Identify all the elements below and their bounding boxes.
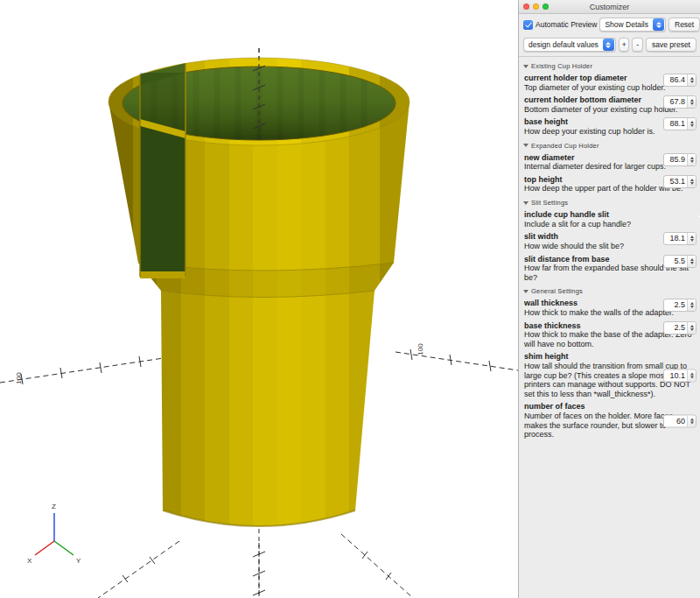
chevron-updown-icon: [653, 18, 664, 31]
stepper-down-icon[interactable]: [690, 102, 694, 105]
param-spinbox[interactable]: 86.4: [663, 74, 696, 87]
param-row-slit-distance-from-base: slit distance from base How far from the…: [519, 253, 700, 285]
param-row-slit-width: slit width How wide should the slit be? …: [519, 230, 700, 252]
stepper-up-icon[interactable]: [690, 121, 694, 123]
preset-dropdown[interactable]: design default values: [523, 38, 616, 52]
param-spinbox[interactable]: 18.1: [663, 232, 696, 245]
customizer-panel: Customizer Automatic Preview Show Detail…: [518, 0, 700, 598]
minimize-window-button[interactable]: [533, 4, 539, 10]
param-name: shim height: [524, 352, 696, 362]
param-spinbox[interactable]: 67.8: [663, 95, 696, 109]
param-spinbox[interactable]: 2.5: [663, 299, 696, 312]
stepper-up-icon[interactable]: [690, 236, 694, 238]
show-details-value: Show Details: [605, 20, 648, 29]
param-row-current-holder-top-diameter: current holder top diameter Top diameter…: [519, 72, 700, 94]
remove-preset-button[interactable]: -: [632, 38, 643, 52]
save-preset-button[interactable]: save preset: [646, 38, 696, 52]
disclosure-triangle-icon[interactable]: [523, 201, 528, 205]
stepper[interactable]: [687, 415, 696, 426]
stepper[interactable]: [687, 74, 696, 86]
param-value[interactable]: 60: [664, 415, 687, 426]
param-row-wall-thickness: wall thickness How thick to make the wal…: [519, 297, 700, 319]
param-spinbox[interactable]: 53.1: [663, 175, 696, 188]
viewport-canvas[interactable]: 100 100: [0, 0, 518, 598]
stepper-down-icon[interactable]: [690, 160, 694, 163]
stepper-down-icon[interactable]: [690, 262, 694, 264]
stepper[interactable]: [687, 96, 696, 108]
param-row-current-holder-bottom-diameter: current holder bottom diameter Bottom di…: [519, 94, 700, 116]
preset-dropdown-value: design default values: [528, 40, 598, 49]
triad-x-axis: [35, 541, 54, 555]
zoom-window-button[interactable]: [542, 4, 549, 10]
stepper[interactable]: [687, 256, 696, 267]
disclosure-triangle-icon[interactable]: [523, 65, 528, 68]
reset-button[interactable]: Reset: [668, 18, 700, 32]
stepper[interactable]: [687, 369, 696, 381]
section-title: Slit Settings: [531, 199, 568, 207]
stepper-down-icon[interactable]: [690, 239, 694, 242]
section-header-existing-cup-holder[interactable]: Existing Cup Holder: [519, 59, 700, 72]
param-value[interactable]: 5.5: [664, 256, 687, 267]
param-spinbox[interactable]: 5.5: [663, 255, 696, 268]
param-spinbox[interactable]: 88.1: [663, 117, 696, 130]
stepper-up-icon[interactable]: [690, 418, 694, 420]
stepper-up-icon[interactable]: [690, 258, 694, 261]
stepper-up-icon[interactable]: [690, 325, 694, 327]
stepper[interactable]: [687, 322, 696, 334]
param-spinbox[interactable]: 60: [663, 414, 696, 427]
param-spinbox[interactable]: 85.9: [663, 153, 696, 166]
section-title: General Settings: [531, 287, 583, 295]
automatic-preview-checkbox[interactable]: [523, 20, 533, 30]
x-axis-left: [0, 356, 175, 383]
param-value[interactable]: 67.8: [664, 96, 687, 108]
stepper-down-icon[interactable]: [690, 124, 694, 127]
show-details-dropdown[interactable]: Show Details: [599, 18, 666, 32]
param-value[interactable]: 2.5: [664, 299, 687, 311]
stepper-down-icon[interactable]: [690, 306, 694, 308]
stepper[interactable]: [687, 154, 696, 165]
param-spinbox[interactable]: 10.1: [663, 369, 696, 382]
add-preset-button[interactable]: +: [619, 38, 630, 52]
stepper[interactable]: [687, 176, 696, 187]
stepper[interactable]: [687, 118, 696, 130]
param-value[interactable]: 86.4: [664, 74, 687, 86]
chevron-updown-icon: [603, 39, 614, 51]
stepper-up-icon[interactable]: [690, 77, 694, 80]
preview-toolbar-row: Automatic Preview Show Details Reset: [519, 14, 700, 34]
param-spinbox[interactable]: 2.5: [663, 321, 696, 334]
section-header-slit-settings[interactable]: Slit Settings: [519, 195, 700, 208]
y-axis-lower-right: [341, 534, 413, 598]
section-header-general-settings[interactable]: General Settings: [519, 284, 700, 297]
stepper-up-icon[interactable]: [690, 372, 694, 375]
stepper-down-icon[interactable]: [690, 376, 694, 378]
x-axis-right: [396, 352, 518, 370]
stepper-up-icon[interactable]: [690, 302, 694, 305]
stepper-up-icon[interactable]: [690, 157, 694, 159]
param-value[interactable]: 2.5: [664, 322, 687, 334]
stepper-down-icon[interactable]: [690, 182, 694, 185]
3d-viewport[interactable]: 100 100: [0, 0, 518, 598]
param-value[interactable]: 18.1: [664, 233, 687, 244]
stepper-up-icon[interactable]: [690, 99, 694, 102]
param-value[interactable]: 53.1: [664, 176, 687, 187]
disclosure-triangle-icon[interactable]: [523, 290, 528, 293]
stepper-down-icon[interactable]: [690, 421, 694, 424]
close-window-button[interactable]: [523, 4, 529, 10]
stepper-down-icon[interactable]: [690, 81, 694, 83]
panel-titlebar: Customizer: [519, 0, 700, 14]
disclosure-triangle-icon[interactable]: [523, 144, 528, 147]
section-header-expanded-cup-holder[interactable]: Expanded Cup Holder: [519, 138, 700, 151]
cup-handle-slit: [140, 63, 186, 278]
automatic-preview-label: Automatic Preview: [536, 20, 597, 29]
param-value[interactable]: 88.1: [664, 118, 687, 130]
param-value[interactable]: 10.1: [664, 369, 687, 381]
preset-toolbar-row: design default values + - save preset: [519, 34, 700, 57]
stepper[interactable]: [687, 233, 696, 244]
param-value[interactable]: 85.9: [664, 154, 687, 165]
stepper-up-icon[interactable]: [690, 179, 694, 181]
y-axis-ticks: [122, 552, 391, 582]
x-axis-scale-label-left: 100: [15, 372, 23, 384]
triad-y-axis: [54, 541, 74, 555]
stepper-down-icon[interactable]: [690, 328, 694, 331]
stepper[interactable]: [687, 299, 696, 311]
